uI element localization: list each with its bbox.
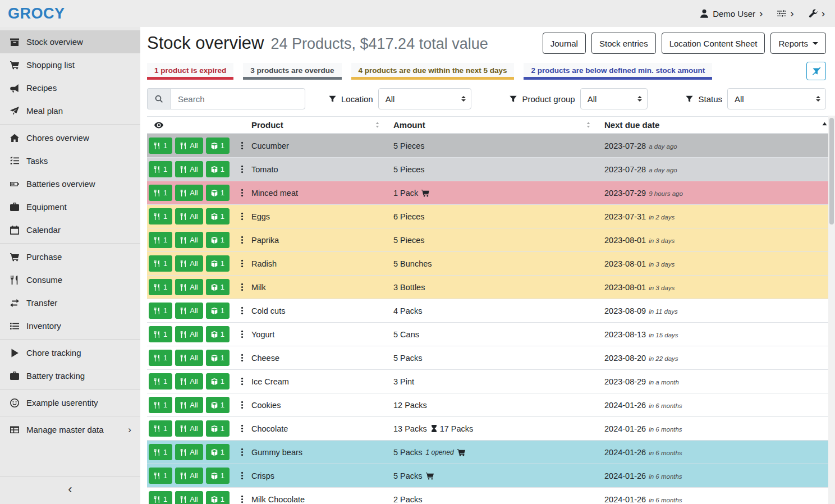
table-row-paprika[interactable]: 1All1Paprika5 Pieces2023-08-01in 3 days (147, 228, 835, 252)
row-menu-button[interactable] (235, 376, 249, 387)
sidebar-item-equipment[interactable]: Equipment (0, 195, 140, 218)
consume-all-button[interactable]: All (175, 350, 203, 366)
settings-menu[interactable]: › (777, 9, 793, 19)
row-menu-button[interactable] (235, 140, 249, 151)
open-one-button[interactable]: 1 (206, 420, 230, 437)
status-filter-select[interactable]: All (727, 88, 826, 109)
sidebar-item-battery-tracking[interactable]: Battery tracking (0, 364, 140, 387)
open-one-button[interactable]: 1 (206, 491, 230, 504)
open-one-button[interactable]: 1 (206, 279, 230, 295)
consume-all-button[interactable]: All (175, 232, 203, 248)
table-row-chocolate[interactable]: 1All1Chocolate13 Packs17 Packs2024-01-26… (147, 417, 835, 441)
consume-all-button[interactable]: All (175, 161, 203, 177)
table-row-crisps[interactable]: 1All1Crisps5 Packs2024-01-26in 6 months (147, 464, 835, 488)
sidebar-item-manage-master-data[interactable]: Manage master data› (0, 418, 140, 441)
table-row-radish[interactable]: 1All1Radish5 Bunches2023-08-01in 3 days (147, 252, 835, 276)
consume-all-button[interactable]: All (175, 326, 203, 342)
table-row-cucumber[interactable]: 1All1Cucumber5 Pieces2023-07-28a day ago (147, 134, 835, 158)
scrollbar[interactable] (828, 116, 835, 504)
open-one-button[interactable]: 1 (206, 303, 230, 319)
status-banner-overdue[interactable]: 3 products are overdue (243, 63, 341, 80)
open-one-button[interactable]: 1 (206, 185, 230, 201)
open-one-button[interactable]: 1 (206, 468, 230, 484)
consume-all-button[interactable]: All (175, 397, 203, 413)
open-one-button[interactable]: 1 (206, 373, 230, 390)
open-one-button[interactable]: 1 (206, 208, 230, 224)
table-row-milk[interactable]: 1All1Milk3 Bottles2023-08-01in 3 days (147, 276, 835, 299)
open-one-button[interactable]: 1 (206, 350, 230, 366)
row-menu-button[interactable] (235, 494, 249, 504)
consume-all-button[interactable]: All (175, 468, 203, 484)
sidebar-item-batteries-overview[interactable]: Batteries overview (0, 172, 140, 195)
consume-all-button[interactable]: All (175, 208, 203, 224)
column-header-product[interactable]: Product (251, 120, 393, 130)
row-menu-button[interactable] (235, 400, 249, 410)
table-row-cheese[interactable]: 1All1Cheese5 Packs2023-08-20in 22 days (147, 346, 835, 370)
table-row-cold-cuts[interactable]: 1All1Cold cuts4 Packs2023-08-09in 11 day… (147, 299, 835, 323)
table-row-tomato[interactable]: 1All1Tomato5 Pieces2023-07-28a day ago (147, 158, 835, 181)
sidebar-item-meal-plan[interactable]: Meal plan (0, 99, 140, 122)
clear-filters-button[interactable] (806, 62, 826, 80)
table-row-gummy-bears[interactable]: 1All1Gummy bears5 Packs1 opened2024-01-2… (147, 441, 835, 464)
search-input[interactable] (171, 88, 305, 109)
sidebar-item-transfer[interactable]: Transfer (0, 291, 140, 314)
open-one-button[interactable]: 1 (206, 138, 230, 154)
table-row-eggs[interactable]: 1All1Eggs6 Pieces2023-07-31in 2 days (147, 205, 835, 228)
consume-one-button[interactable]: 1 (149, 232, 172, 248)
sidebar-item-stock-overview[interactable]: Stock overview (0, 30, 140, 53)
journal-button[interactable]: Journal (543, 33, 586, 54)
reports-button[interactable]: Reports (770, 33, 826, 54)
row-menu-button[interactable] (235, 305, 249, 316)
consume-all-button[interactable]: All (175, 279, 203, 295)
row-menu-button[interactable] (235, 211, 249, 222)
scrollbar-thumb[interactable] (829, 118, 834, 224)
consume-one-button[interactable]: 1 (149, 468, 172, 484)
consume-one-button[interactable]: 1 (149, 373, 172, 390)
sidebar-item-purchase[interactable]: Purchase (0, 245, 140, 268)
table-row-minced-meat[interactable]: 1All1Minced meat1 Pack2023-07-299 hours … (147, 181, 835, 205)
consume-one-button[interactable]: 1 (149, 350, 172, 366)
eye-icon[interactable] (154, 121, 163, 130)
open-one-button[interactable]: 1 (206, 255, 230, 272)
consume-all-button[interactable]: All (175, 444, 203, 460)
product-group-filter-select[interactable]: All (580, 88, 648, 109)
admin-menu[interactable]: › (809, 9, 825, 19)
consume-one-button[interactable]: 1 (149, 491, 172, 504)
table-row-cookies[interactable]: 1All1Cookies12 Packs2024-01-26in 6 month… (147, 393, 835, 417)
consume-one-button[interactable]: 1 (149, 326, 172, 342)
consume-one-button[interactable]: 1 (149, 397, 172, 413)
sidebar-item-tasks[interactable]: Tasks (0, 149, 140, 172)
sidebar-item-shopping-list[interactable]: Shopping list (0, 53, 140, 76)
consume-all-button[interactable]: All (175, 303, 203, 319)
row-menu-button[interactable] (235, 258, 249, 269)
row-menu-button[interactable] (235, 329, 249, 340)
row-menu-button[interactable] (235, 447, 249, 457)
open-one-button[interactable]: 1 (206, 326, 230, 342)
user-menu[interactable]: Demo User › (700, 9, 763, 19)
row-menu-button[interactable] (235, 423, 249, 434)
sidebar-item-consume[interactable]: Consume (0, 268, 140, 291)
open-one-button[interactable]: 1 (206, 161, 230, 177)
sidebar-item-recipes[interactable]: Recipes (0, 76, 140, 99)
status-banner-below-min[interactable]: 2 products are below defined min. stock … (524, 63, 712, 80)
row-menu-button[interactable] (235, 352, 249, 363)
grocy-logo[interactable]: GROCY (8, 5, 65, 22)
consume-one-button[interactable]: 1 (149, 420, 172, 437)
consume-all-button[interactable]: All (175, 420, 203, 437)
row-menu-button[interactable] (235, 282, 249, 292)
sidebar-item-calendar[interactable]: Calendar (0, 218, 140, 241)
consume-all-button[interactable]: All (175, 185, 203, 201)
column-header-due-date[interactable]: Next due date (604, 120, 835, 130)
consume-one-button[interactable]: 1 (149, 255, 172, 272)
column-header-amount[interactable]: Amount (393, 120, 604, 130)
table-row-milk-chocolate[interactable]: 1All1Milk Chocolate2 Packs2024-01-26in 6… (147, 488, 835, 504)
consume-one-button[interactable]: 1 (149, 444, 172, 460)
location-filter-select[interactable]: All (378, 88, 471, 109)
consume-all-button[interactable]: All (175, 491, 203, 504)
consume-one-button[interactable]: 1 (149, 138, 172, 154)
consume-all-button[interactable]: All (175, 138, 203, 154)
open-one-button[interactable]: 1 (206, 397, 230, 413)
stock-entries-button[interactable]: Stock entries (591, 33, 656, 54)
row-menu-button[interactable] (235, 235, 249, 245)
sidebar-item-chores-overview[interactable]: Chores overview (0, 126, 140, 149)
